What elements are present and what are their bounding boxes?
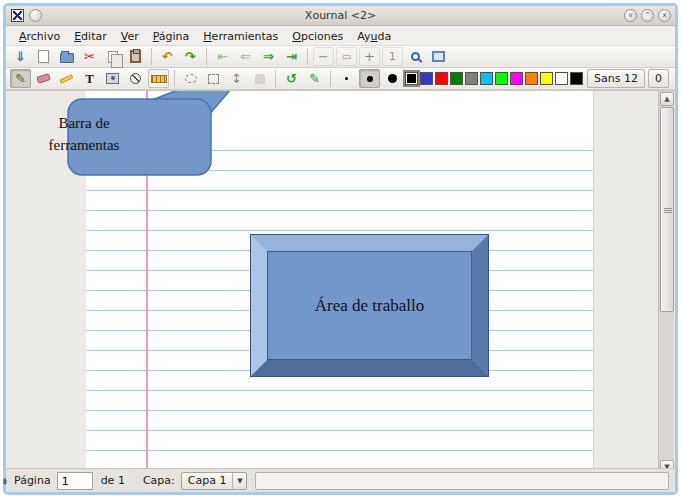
xournal-window: Xournal <2> v ^ x Archivo Editar Ver Pág… bbox=[3, 3, 678, 495]
image-icon bbox=[106, 73, 119, 84]
last-page-icon: ⇥ bbox=[286, 50, 297, 63]
first-page-button[interactable]: ⇤ bbox=[212, 47, 233, 66]
save-icon: ⇓ bbox=[15, 50, 26, 63]
color-lightgreen-swatch[interactable] bbox=[495, 72, 508, 85]
vertical-space-button[interactable]: ↕ bbox=[226, 69, 247, 88]
pen-size-thick-button[interactable] bbox=[382, 69, 403, 88]
color-red-swatch[interactable] bbox=[435, 72, 448, 85]
zoom-fit-width-button[interactable]: ▭ bbox=[336, 47, 357, 66]
tools-toolbar: ✎ T ↕ ↺ ✎ Sans 12 0 bbox=[6, 68, 675, 90]
page-number-input[interactable] bbox=[57, 472, 93, 490]
zoom-in-button[interactable]: + bbox=[359, 47, 380, 66]
last-page-button[interactable]: ⇥ bbox=[281, 47, 302, 66]
color-lightblue-swatch[interactable] bbox=[480, 72, 493, 85]
cut-button[interactable]: ✂ bbox=[79, 47, 100, 66]
menu-ver[interactable]: Ver bbox=[114, 28, 146, 45]
color-yellow-swatch[interactable] bbox=[540, 72, 553, 85]
hand-tool-button[interactable] bbox=[249, 69, 270, 88]
menu-editar[interactable]: Editar bbox=[67, 28, 114, 45]
select-rectangle-button[interactable] bbox=[203, 69, 224, 88]
next-page-icon: ⇒ bbox=[263, 50, 274, 63]
color-green-swatch[interactable] bbox=[450, 72, 463, 85]
workarea-label: Área de traballo bbox=[267, 251, 472, 360]
menu-ayuda[interactable]: Ayuda bbox=[350, 28, 398, 45]
scrollbar-grip bbox=[664, 208, 672, 213]
new-page-icon bbox=[38, 50, 49, 63]
text-button[interactable]: T bbox=[79, 69, 100, 88]
shade-button[interactable]: v bbox=[624, 9, 637, 22]
zoom-100-icon: 1 bbox=[389, 52, 395, 62]
thick-dot-icon bbox=[388, 74, 397, 83]
callout-label: Barra de ferramentas bbox=[24, 113, 144, 157]
scrollbar-thumb[interactable] bbox=[660, 107, 674, 312]
open-button[interactable] bbox=[56, 47, 77, 66]
next-page-button[interactable]: ⇒ bbox=[258, 47, 279, 66]
zoom-out-button[interactable]: − bbox=[313, 47, 334, 66]
default-tool-icon: ↺ bbox=[286, 72, 297, 85]
layer-value: Capa 1 bbox=[188, 474, 227, 487]
undo-icon: ↶ bbox=[162, 50, 173, 63]
default-tool-button[interactable]: ↺ bbox=[281, 69, 302, 88]
save-button[interactable]: ⇓ bbox=[10, 47, 31, 66]
zoom-100-button[interactable]: 1 bbox=[382, 47, 403, 66]
open-folder-icon bbox=[60, 53, 74, 63]
menu-opciones[interactable]: Opciones bbox=[285, 28, 350, 45]
separator bbox=[206, 48, 207, 65]
previous-page-button[interactable]: ⇐ bbox=[235, 47, 256, 66]
new-page-button[interactable] bbox=[33, 47, 54, 66]
dropdown-arrow-icon: ▼ bbox=[232, 473, 246, 489]
main-toolbar: ⇓ ✂ ↶ ↷ ⇤ ⇐ ⇒ ⇥ − ▭ + 1 bbox=[6, 46, 675, 68]
zoom-fit-width-icon: ▭ bbox=[342, 52, 351, 62]
menu-pagina[interactable]: Página bbox=[146, 28, 197, 45]
highlighter-button[interactable] bbox=[56, 69, 77, 88]
separator bbox=[307, 48, 308, 65]
shape-recognizer-button[interactable] bbox=[125, 69, 146, 88]
eraser-icon bbox=[36, 73, 51, 84]
fine-dot-icon bbox=[345, 77, 348, 80]
set-zoom-button[interactable] bbox=[405, 47, 426, 66]
redo-button[interactable]: ↷ bbox=[180, 47, 201, 66]
color-white-swatch[interactable] bbox=[555, 72, 568, 85]
magnifier-icon bbox=[411, 52, 420, 61]
ruler-button[interactable] bbox=[148, 69, 169, 88]
menu-archivo[interactable]: Archivo bbox=[12, 28, 67, 45]
close-button[interactable]: x bbox=[658, 9, 671, 22]
title-bar[interactable]: Xournal <2> v ^ x bbox=[6, 6, 675, 26]
window-title: Xournal <2> bbox=[6, 9, 675, 22]
first-page-icon: ⇤ bbox=[217, 50, 228, 63]
pen-button[interactable]: ✎ bbox=[10, 69, 31, 88]
separator bbox=[275, 70, 276, 87]
select-rectangle-icon bbox=[208, 74, 219, 84]
paste-button[interactable] bbox=[125, 47, 146, 66]
zoom-in-icon: + bbox=[364, 50, 375, 63]
fullscreen-button[interactable] bbox=[428, 47, 449, 66]
layer-dropdown[interactable]: Capa 1 ▼ bbox=[181, 472, 248, 490]
color-gray-swatch[interactable] bbox=[465, 72, 478, 85]
scroll-up-arrow-icon[interactable]: ▲ bbox=[660, 92, 674, 106]
pen-size-fine-button[interactable] bbox=[336, 69, 357, 88]
workarea-box: Área de traballo bbox=[251, 235, 488, 376]
separator bbox=[174, 70, 175, 87]
set-default-button[interactable]: ✎ bbox=[304, 69, 325, 88]
color-orange-swatch[interactable] bbox=[525, 72, 538, 85]
image-button[interactable] bbox=[102, 69, 123, 88]
page-spinner-arrows[interactable]: ▲▼ bbox=[0, 472, 10, 490]
menu-herramientas[interactable]: Herramientas bbox=[196, 28, 285, 45]
select-region-button[interactable] bbox=[180, 69, 201, 88]
status-message-area bbox=[255, 472, 669, 490]
color-blue-swatch[interactable] bbox=[420, 72, 433, 85]
undo-button[interactable]: ↶ bbox=[157, 47, 178, 66]
copy-button[interactable] bbox=[102, 47, 123, 66]
maximize-button[interactable]: ^ bbox=[641, 9, 654, 22]
pen-size-medium-button[interactable] bbox=[359, 69, 380, 88]
canvas-area: Área de traballo Barra de ferramentas ▲ … bbox=[6, 90, 675, 474]
page-label: Página bbox=[14, 474, 51, 487]
font-button[interactable]: Sans 12 bbox=[587, 69, 645, 88]
color-chooser-swatch[interactable] bbox=[570, 72, 583, 85]
vertical-scrollbar[interactable]: ▲ ▼ bbox=[658, 91, 674, 474]
color-black-swatch[interactable] bbox=[405, 72, 418, 85]
eraser-button[interactable] bbox=[33, 69, 54, 88]
color-magenta-swatch[interactable] bbox=[510, 72, 523, 85]
extra-zero-button[interactable]: 0 bbox=[648, 69, 669, 88]
ruler-icon bbox=[151, 75, 167, 83]
